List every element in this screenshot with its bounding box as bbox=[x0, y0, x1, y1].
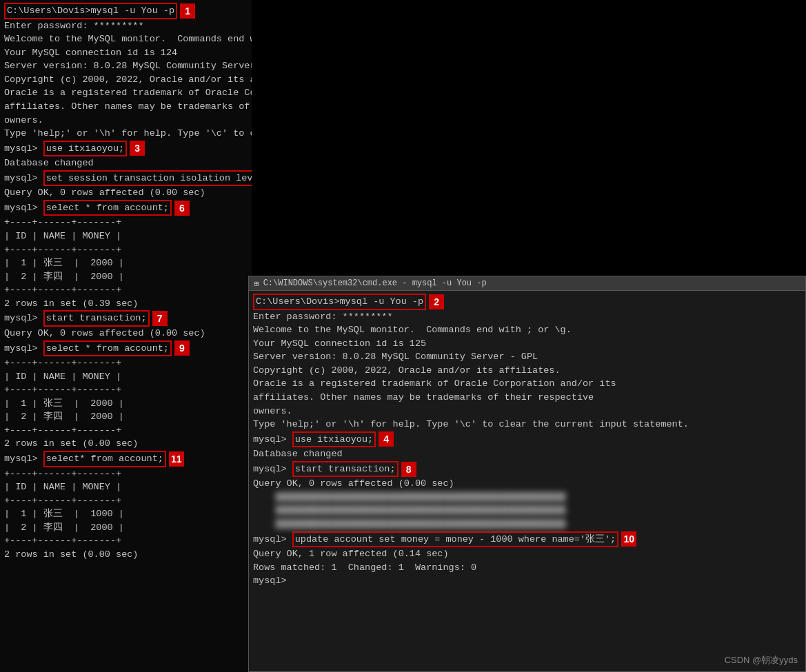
terminal-line: | 1 | 张三 | 2000 | bbox=[4, 397, 248, 411]
terminal-line: +----+------+-------+ bbox=[4, 356, 248, 370]
right-titlebar-text: C:\WINDOWS\system32\cmd.exe - mysql -u Y… bbox=[263, 278, 487, 288]
terminal-line: mysql> set session transaction isolation… bbox=[4, 170, 248, 187]
watermark: CSDN @朝凌yyds bbox=[725, 654, 798, 666]
terminal-line: +----+------+-------+ bbox=[4, 383, 248, 397]
terminal-line: | ID | NAME | MONEY | bbox=[4, 230, 248, 243]
terminal-line: Oracle is a registered trademark of Orac… bbox=[4, 86, 248, 100]
terminal-line: | ID | NAME | MONEY | bbox=[4, 370, 248, 384]
terminal-line: Your MySQL connection id is 124 bbox=[4, 46, 248, 60]
terminal-line: | 2 | 李四 | 2000 | bbox=[4, 410, 248, 424]
terminal-line: mysql> select * from account;9 bbox=[4, 340, 248, 357]
terminal-line: Query OK, 0 rows affected (0.00 sec) bbox=[253, 477, 801, 491]
terminal-line: Oracle is a registered trademark of Orac… bbox=[253, 377, 801, 391]
terminal-line: +----+------+-------+ bbox=[4, 424, 248, 438]
terminal-line: Server version: 8.0.28 MySQL Community S… bbox=[4, 59, 248, 73]
terminal-line: ████████████████████████████████████████… bbox=[253, 491, 801, 505]
terminal-line: mysql> update account set money = money … bbox=[253, 531, 801, 548]
terminal-line: Server version: 8.0.28 MySQL Community S… bbox=[253, 350, 801, 364]
left-terminal: C:\Users\Dovis>mysql -u You -p1Enter pas… bbox=[0, 0, 252, 672]
terminal-line: Database changed bbox=[253, 447, 801, 461]
right-titlebar: ⊞ C:\WINDOWS\system32\cmd.exe - mysql -u… bbox=[249, 276, 805, 291]
terminal-line: ████████████████████████████████████████… bbox=[253, 518, 801, 531]
terminal-line: C:\Users\Dovis>mysql -u You -p1 bbox=[4, 3, 248, 19]
terminal-line: | 2 | 李四 | 2000 | bbox=[4, 270, 248, 284]
terminal-line: Query OK, 0 rows affected (0.00 sec) bbox=[4, 327, 248, 340]
terminal-line: Enter password: ********* bbox=[253, 310, 801, 324]
terminal-line: affiliates. Other names may be trademark… bbox=[253, 391, 801, 405]
terminal-line: Type 'help;' or '\h' for help. Type '\c'… bbox=[253, 418, 801, 431]
terminal-line: | 2 | 李四 | 2000 | bbox=[4, 521, 248, 535]
terminal-line: +----+------+-------+ bbox=[4, 494, 248, 508]
cmd-icon: ⊞ bbox=[254, 279, 259, 288]
terminal-line: 2 rows in set (0.39 sec) bbox=[4, 297, 248, 311]
terminal-line: Welcome to the MySQL monitor. Commands e… bbox=[253, 323, 801, 337]
terminal-line: Welcome to the MySQL monitor. Commands e… bbox=[4, 32, 248, 46]
terminal-line: +----+------+-------+ bbox=[4, 243, 248, 257]
terminal-line: Type 'help;' or '\h' for help. Type '\c'… bbox=[4, 127, 248, 141]
terminal-line: owners. bbox=[4, 114, 248, 128]
terminal-line: Your MySQL connection id is 125 bbox=[253, 337, 801, 351]
terminal-line: +----+------+-------+ bbox=[4, 467, 248, 481]
terminal-line: Rows matched: 1 Changed: 1 Warnings: 0 bbox=[253, 561, 801, 575]
terminal-line: Database changed bbox=[4, 156, 248, 170]
terminal-line: Query OK, 0 rows affected (0.00 sec) bbox=[4, 186, 248, 200]
terminal-line: mysql> select * from account;6 bbox=[4, 200, 248, 216]
terminal-line: +----+------+-------+ bbox=[4, 216, 248, 230]
terminal-line: Copyright (c) 2000, 2022, Oracle and/or … bbox=[253, 364, 801, 378]
terminal-line: Copyright (c) 2000, 2022, Oracle and/or … bbox=[4, 73, 248, 87]
right-terminal: ⊞ C:\WINDOWS\system32\cmd.exe - mysql -u… bbox=[248, 276, 806, 672]
terminal-line: Query OK, 1 row affected (0.14 sec) bbox=[253, 547, 801, 561]
terminal-line: +----+------+-------+ bbox=[4, 283, 248, 297]
right-terminal-body: C:\Users\Dovis>mysql -u You -p2Enter pas… bbox=[249, 291, 805, 669]
terminal-line: | 1 | 张三 | 2000 | bbox=[4, 256, 248, 270]
terminal-line: mysql> start transaction;8 bbox=[253, 461, 801, 478]
terminal-line: ████████████████████████████████████████… bbox=[253, 504, 801, 518]
terminal-line: Enter password: ********* bbox=[4, 19, 248, 33]
terminal-line: mysql> bbox=[253, 574, 801, 588]
terminal-line: owners. bbox=[253, 405, 801, 418]
terminal-line: 2 rows in set (0.00 sec) bbox=[4, 548, 248, 562]
terminal-line: C:\Users\Dovis>mysql -u You -p2 bbox=[253, 294, 801, 310]
terminal-line: | 1 | 张三 | 1000 | bbox=[4, 507, 248, 521]
terminal-line: mysql> use itxiaoyou;3 bbox=[4, 141, 248, 157]
terminal-line: +----+------+-------+ bbox=[4, 534, 248, 548]
terminal-line: mysql> select* from account;11 bbox=[4, 451, 248, 467]
terminal-line: mysql> start transaction;7 bbox=[4, 310, 248, 327]
terminal-line: 2 rows in set (0.00 sec) bbox=[4, 437, 248, 451]
terminal-line: affiliates. Other names may be trademark… bbox=[4, 100, 248, 114]
terminal-line: mysql> use itxiaoyou;4 bbox=[253, 431, 801, 448]
terminal-line: | ID | NAME | MONEY | bbox=[4, 480, 248, 494]
